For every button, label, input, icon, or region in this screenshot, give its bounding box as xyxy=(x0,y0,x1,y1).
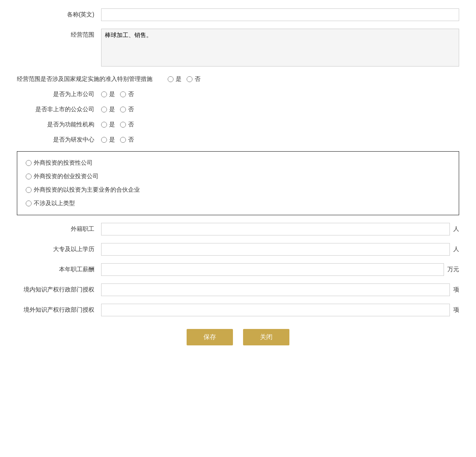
rd-center-yes[interactable]: 是 xyxy=(101,136,115,144)
college-education-input[interactable] xyxy=(101,243,450,256)
functional-org-yes[interactable]: 是 xyxy=(101,121,115,128)
special-management-radio-group: 是 否 xyxy=(168,75,201,83)
functional-org-row: 是否为功能性机构 是 否 xyxy=(17,121,459,128)
rd-center-radio-group: 是 否 xyxy=(101,136,134,144)
unlisted-public-yes[interactable]: 是 xyxy=(101,106,115,113)
rd-center-label: 是否为研发中心 xyxy=(17,136,101,144)
special-management-no[interactable]: 否 xyxy=(187,75,201,83)
name-en-row: 各称(英文) xyxy=(17,8,459,21)
listed-company-label: 是否为上市公司 xyxy=(17,91,101,98)
listed-company-row: 是否为上市公司 是 否 xyxy=(17,91,459,98)
functional-org-yes-label: 是 xyxy=(109,121,115,128)
foreign-employees-label: 外籍职工 xyxy=(17,225,101,233)
investment-type-3-label: 外商投资的以投资为主要业务的合伙企业 xyxy=(34,186,140,194)
annual-salary-unit: 万元 xyxy=(444,266,459,273)
save-button[interactable]: 保存 xyxy=(187,329,233,345)
domestic-ip-input[interactable] xyxy=(101,283,450,296)
functional-org-radio-group: 是 否 xyxy=(101,121,134,128)
investment-types-box: 外商投资的投资性公司 外商投资的创业投资公司 外商投资的以投资为主要业务的合伙企… xyxy=(17,151,459,215)
annual-salary-input-wrapper: 万元 xyxy=(101,263,459,276)
investment-type-1-label: 外商投资的投资性公司 xyxy=(34,159,93,167)
name-en-label: 各称(英文) xyxy=(17,11,101,19)
business-scope-row: 经营范围 棒球加工、销售。 xyxy=(17,29,459,68)
functional-org-label: 是否为功能性机构 xyxy=(17,121,101,128)
foreign-employees-input-wrapper: 人 xyxy=(101,223,459,235)
name-en-input[interactable] xyxy=(101,8,459,21)
investment-type-2[interactable]: 外商投资的创业投资公司 xyxy=(26,173,450,180)
investment-type-4[interactable]: 不涉及以上类型 xyxy=(26,200,450,207)
unlisted-public-radio-group: 是 否 xyxy=(101,106,134,113)
rd-center-no-label: 否 xyxy=(128,136,134,144)
college-education-unit: 人 xyxy=(450,246,459,253)
buttons-row: 保存 关闭 xyxy=(17,329,459,345)
domestic-ip-row: 境内知识产权行政部门授权 项 xyxy=(17,283,459,296)
annual-salary-label: 本年职工薪酬 xyxy=(17,266,101,273)
foreign-employees-row: 外籍职工 人 xyxy=(17,223,459,235)
rd-center-yes-label: 是 xyxy=(109,136,115,144)
overseas-ip-row: 境外知识产权行政部门授权 项 xyxy=(17,304,459,316)
special-management-label: 经营范围是否涉及国家规定实施的准入特别管理措施 xyxy=(17,75,159,83)
annual-salary-input[interactable] xyxy=(101,263,444,276)
unlisted-public-yes-label: 是 xyxy=(109,106,115,113)
foreign-employees-input[interactable] xyxy=(101,223,450,235)
close-button[interactable]: 关闭 xyxy=(243,329,289,345)
college-education-input-wrapper: 人 xyxy=(101,243,459,256)
listed-company-no[interactable]: 否 xyxy=(120,91,134,98)
special-management-row: 经营范围是否涉及国家规定实施的准入特别管理措施 是 否 xyxy=(17,75,459,83)
foreign-employees-unit: 人 xyxy=(450,225,459,233)
college-education-label: 大专及以上学历 xyxy=(17,246,101,253)
college-education-row: 大专及以上学历 人 xyxy=(17,243,459,256)
listed-company-radio-group: 是 否 xyxy=(101,91,134,98)
rd-center-row: 是否为研发中心 是 否 xyxy=(17,136,459,144)
investment-type-4-label: 不涉及以上类型 xyxy=(34,200,75,207)
listed-company-no-label: 否 xyxy=(128,91,134,98)
business-scope-label: 经营范围 xyxy=(17,29,101,39)
overseas-ip-input-wrapper: 项 xyxy=(101,304,459,316)
special-management-no-label: 否 xyxy=(195,75,201,83)
functional-org-no-label: 否 xyxy=(128,121,134,128)
rd-center-no[interactable]: 否 xyxy=(120,136,134,144)
overseas-ip-input[interactable] xyxy=(101,304,450,316)
special-management-yes-label: 是 xyxy=(176,75,182,83)
business-scope-textarea[interactable]: 棒球加工、销售。 xyxy=(101,29,459,67)
unlisted-public-row: 是否非上市的公众公司 是 否 xyxy=(17,106,459,113)
special-management-yes[interactable]: 是 xyxy=(168,75,182,83)
domestic-ip-input-wrapper: 项 xyxy=(101,283,459,296)
investment-type-3[interactable]: 外商投资的以投资为主要业务的合伙企业 xyxy=(26,186,450,194)
functional-org-no[interactable]: 否 xyxy=(120,121,134,128)
investment-type-2-label: 外商投资的创业投资公司 xyxy=(34,173,99,180)
listed-company-yes-label: 是 xyxy=(109,91,115,98)
unlisted-public-no[interactable]: 否 xyxy=(120,106,134,113)
domestic-ip-label: 境内知识产权行政部门授权 xyxy=(17,286,101,294)
overseas-ip-label: 境外知识产权行政部门授权 xyxy=(17,306,101,314)
unlisted-public-label: 是否非上市的公众公司 xyxy=(17,106,101,113)
listed-company-yes[interactable]: 是 xyxy=(101,91,115,98)
domestic-ip-unit: 项 xyxy=(450,286,459,294)
business-scope-wrapper: 棒球加工、销售。 xyxy=(101,29,459,68)
investment-type-1[interactable]: 外商投资的投资性公司 xyxy=(26,159,450,167)
annual-salary-row: 本年职工薪酬 万元 xyxy=(17,263,459,276)
unlisted-public-no-label: 否 xyxy=(128,106,134,113)
overseas-ip-unit: 项 xyxy=(450,306,459,314)
